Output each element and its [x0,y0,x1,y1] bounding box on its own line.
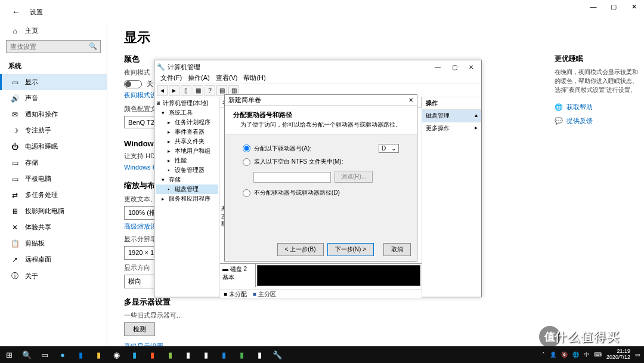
settings-search[interactable]: 🔍 [6,40,101,53]
actions-more[interactable]: 更多操作▸ [422,122,481,134]
explorer-icon[interactable]: ▮ [89,346,107,363]
search-icon[interactable]: 🔍 [18,346,36,363]
sidebar-item-tablet[interactable]: ▭平板电脑 [0,171,107,187]
detect-button[interactable]: 检测 [124,322,155,336]
help-link[interactable]: 🌐获取帮助 [555,103,638,112]
disk-partition-bar[interactable] [257,265,420,286]
app3-icon[interactable]: ▮ [161,346,179,363]
tablet-icon: ▭ [11,175,19,183]
app4-icon[interactable]: ▮ [179,346,197,363]
home-link[interactable]: ⌂主页 [0,24,107,40]
chrome-icon[interactable]: ◉ [107,346,125,363]
sidebar-item-project[interactable]: 🖥投影到此电脑 [0,203,107,219]
tree-systools[interactable]: ▾系统工具 [156,108,218,118]
sidebar-item-clipboard[interactable]: 📋剪贴板 [0,235,107,251]
option-no-assign[interactable]: 不分配驱动器号或驱动器路径(D) [243,189,399,197]
tree-perf[interactable]: ▸性能 [156,156,218,165]
tb-back[interactable]: ◄ [157,85,168,96]
tray-network-icon[interactable]: 🌐 [572,352,579,358]
sidebar-item-about[interactable]: ⓘ关于 [0,267,107,285]
tb-prop[interactable]: ▦ [193,85,203,96]
sidebar-item-remote[interactable]: ↗远程桌面 [0,251,107,267]
wizard-heading: 分配驱动器号和路径 [233,110,408,119]
terminal-icon[interactable]: ▮ [72,346,89,363]
sidebar-item-notifications[interactable]: ✉通知和操作 [0,106,107,122]
sidebar-item-share[interactable]: ✕体验共享 [0,219,107,235]
mgmt-icon: 🔧 [157,63,165,71]
cancel-button[interactable]: 取消 [383,243,411,256]
feedback-link[interactable]: 💬提供反馈 [555,116,638,125]
notification-icon[interactable]: ▭ [635,352,640,358]
mgmt-taskbar-icon[interactable]: 🔧 [268,346,286,363]
maximize-button[interactable]: ▢ [447,64,462,70]
maximize-button[interactable]: ▢ [603,0,624,14]
actions-pane: 操作 磁盘管理▴ 更多操作▸ [422,97,481,297]
tree-users[interactable]: ▸本地用户和组 [156,146,218,156]
actions-selected[interactable]: 磁盘管理▴ [422,110,481,122]
menu-file[interactable]: 文件(F) [158,73,184,84]
taskbar-clock[interactable]: 21:19 2020/7/12 [606,349,630,361]
menu-action[interactable]: 操作(A) [185,73,212,84]
sidebar-item-display[interactable]: ▭显示 [0,74,107,90]
app8-icon[interactable]: ▮ [250,346,268,363]
tree-root[interactable]: 🖥计算机管理(本地) [156,99,218,108]
legend-unallocated: 未分配 [224,290,247,298]
sidebar-item-multitask[interactable]: ⇄多任务处理 [0,187,107,203]
back-icon[interactable]: ← [12,7,20,17]
radio-mount[interactable] [243,158,250,166]
app7-icon[interactable]: ▮ [233,346,250,363]
radio-assign[interactable] [243,144,250,152]
tree-services[interactable]: ▸服务和应用程序 [156,194,218,204]
multitask-icon: ⇄ [11,191,19,199]
minimize-button[interactable]: — [583,0,603,14]
browse-button[interactable]: 浏览(R)... [335,171,373,183]
disk-row[interactable]: ▬ 磁盘 2 基本 [220,263,422,287]
app-icon[interactable]: ▮ [125,346,143,363]
app5-icon[interactable]: ▮ [197,346,215,363]
tray-volume-icon[interactable]: 🔇 [561,352,568,358]
tree-task[interactable]: ▸任务计划程序 [156,118,218,127]
sidebar-item-sound[interactable]: 🔊声音 [0,90,107,106]
close-button[interactable]: ✕ [624,0,644,14]
minimize-button[interactable]: — [430,64,445,70]
tree-devmgr[interactable]: ▪设备管理器 [156,165,218,175]
tray-people-icon[interactable]: 👤 [550,352,556,358]
menu-help[interactable]: 帮助(H) [241,73,268,84]
edge-icon[interactable]: ● [54,346,72,363]
next-button[interactable]: 下一步(N) > [327,243,374,256]
option-mount-folder[interactable]: 装入以下空白 NTFS 文件夹中(M): [243,158,399,166]
app6-icon[interactable]: ▮ [215,346,233,363]
option-assign-letter[interactable]: 分配以下驱动器号(A): D⌄ [243,144,399,153]
back-button[interactable]: < 上一步(B) [277,243,324,256]
mgmt-titlebar: 🔧计算机管理 —▢✕ [154,60,481,73]
sidebar-item-power[interactable]: ⏻电源和睡眠 [0,139,107,155]
drive-letter-select[interactable]: D⌄ [379,144,399,153]
sidebar-item-focus[interactable]: ☽专注助手 [0,122,107,139]
menu-view[interactable]: 查看(V) [213,73,240,84]
tree-storage[interactable]: ▾存储 [156,175,218,184]
toggle-switch[interactable] [124,80,142,88]
close-button[interactable]: ✕ [463,64,479,70]
close-icon[interactable]: ✕ [408,97,413,103]
advanced-display-link[interactable]: 高级显示设置 [124,342,532,346]
search-input[interactable] [6,40,101,53]
tree-event[interactable]: ▸事件查看器 [156,127,218,137]
taskview-icon[interactable]: ▭ [36,346,54,363]
info-icon: ⓘ [11,271,19,281]
tree-diskmgmt[interactable]: ▪磁盘管理 [156,184,218,194]
mount-path-input[interactable] [253,172,331,183]
tree-share[interactable]: ▸共享文件夹 [156,137,218,146]
tb-refresh[interactable]: ? [205,85,215,96]
tray-keyboard-icon[interactable]: ⌨ [594,352,602,358]
tb-up[interactable]: ▯ [181,85,191,96]
search-icon: 🔍 [89,42,97,50]
sidebar-item-storage[interactable]: ▭存储 [0,155,107,171]
tb-fwd[interactable]: ► [169,85,179,96]
radio-none[interactable] [243,189,250,197]
start-button[interactable]: ⊞ [0,346,18,363]
app2-icon[interactable]: ▮ [143,346,161,363]
storage-icon: ▭ [11,159,19,167]
tray-chevron-icon[interactable]: ˄ [542,352,545,358]
mgmt-title-text: 计算机管理 [168,63,200,72]
tray-ime-icon[interactable]: 中 [584,351,589,359]
